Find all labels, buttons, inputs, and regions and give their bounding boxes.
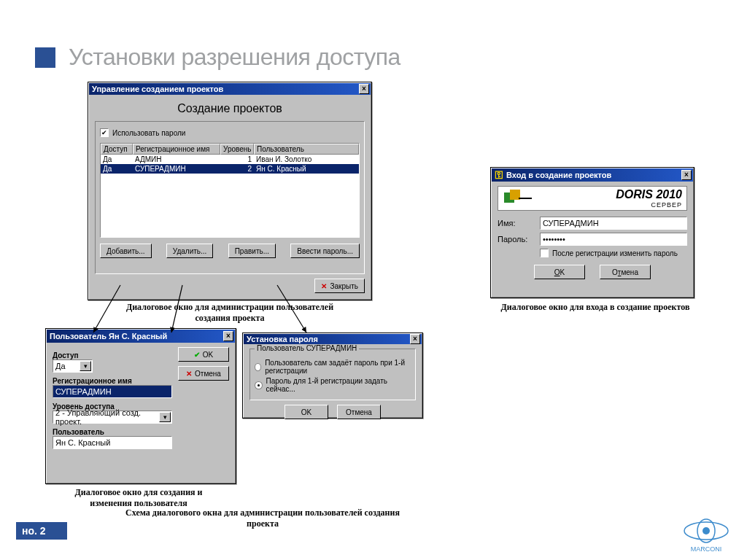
close-button[interactable]: ✕ Закрыть [314,279,365,293]
user-input[interactable]: Ян С. Красный [53,436,172,449]
cancel-button[interactable]: Отмена [337,405,381,419]
scheme-caption: Схема диалогового окна для администрации… [109,508,416,529]
user-titlebar: Пользователь Ян С. Красный × [47,330,235,343]
edit-button[interactable]: Править... [228,244,276,258]
access-label: Доступ [53,351,172,359]
user-label: Пользователь [53,428,172,436]
ok-button[interactable]: OK [534,265,585,279]
company-logo: MARCONI [677,518,735,553]
cancel-button[interactable]: Отмена [600,265,651,279]
user-dialog: Пользователь Ян С. Красный × Доступ Да Р… [45,328,236,484]
check-icon: ✔ [194,351,200,359]
slide-title: Установки разрешения доступа [69,44,400,71]
password-dialog: Установка пароля × Пользователь СУПЕРАДМ… [242,332,423,419]
close-x-icon: ✕ [321,282,327,290]
password-option-now[interactable]: Пароль для 1-й регистрации задать сейчас… [255,377,411,393]
title-accent-block [35,47,55,68]
slide-number: но. 2 [16,522,67,540]
table-row[interactable]: Да СУПЕРАДМИН 2 Ян С. Красный [101,164,359,174]
password-title-text: Установка пароля [247,335,318,343]
login-password-input[interactable]: •••••••• [540,233,687,246]
login-name-label: Имя: [498,219,534,228]
close-icon[interactable]: × [359,84,369,94]
close-x-icon: ✕ [186,370,192,378]
cancel-button[interactable]: ✕ Отмена [178,366,229,381]
regname-input[interactable]: СУПЕРАДМИН [53,385,172,398]
key-icon: ⚿ [495,170,503,180]
use-passwords-label: Использовать пароли [112,129,185,137]
login-titlebar: ⚿Вход в создание проектов × [492,168,693,182]
enter-password-button[interactable]: Ввести пароль... [290,244,360,258]
svg-point-8 [703,527,710,534]
close-icon[interactable]: × [681,170,692,180]
svg-rect-1 [510,190,520,200]
user-title-text: Пользователь Ян С. Красный [50,332,167,341]
login-caption: Диалоговое окно для входа в создание про… [486,302,705,313]
admin-caption: Диалоговое окно для администрации пользо… [113,302,347,324]
brand-name: DORIS 2010 [538,188,682,201]
close-icon[interactable]: × [410,334,420,344]
login-title-text: Вход в создание проектов [506,171,611,179]
access-select[interactable]: Да [53,359,93,373]
login-dialog: ⚿Вход в создание проектов × DORIS 2010 С… [490,167,694,298]
level-select[interactable]: 2 - Управляющий созд. проект. [53,411,172,424]
regname-label: Регистрационное имя [53,377,172,385]
brand-sub: СЕРВЕР [538,201,682,209]
users-table-header: Доступ Регистрационное имя Уровень Польз… [101,144,359,155]
password-group-legend: Пользователь СУПЕРАДМИН [255,344,359,352]
password-titlebar: Установка пароля × [244,334,422,344]
add-button[interactable]: Добавить... [100,244,152,258]
ok-button[interactable]: OK [285,405,328,419]
close-icon[interactable]: × [223,331,233,341]
doris-logo-icon [503,188,532,209]
password-option-self[interactable]: Пользователь сам задаёт пароль при 1-й р… [255,359,411,375]
login-password-label: Пароль: [498,235,534,244]
user-caption: Диалоговое окно для создания и изменения… [58,487,219,509]
admin-dialog: Управление созданием проектов × Создание… [88,82,372,300]
slide-header: Установки разрешения доступа [35,44,400,71]
table-row[interactable]: Да АДМИН 1 Иван И. Золотко [101,155,359,164]
ok-button[interactable]: ✔ OK [178,347,229,362]
change-password-checkbox[interactable]: После регистрации изменить пароль [540,249,687,257]
use-passwords-checkbox[interactable]: ✔ Использовать пароли [100,128,185,137]
admin-titlebar: Управление созданием проектов × [89,83,371,95]
admin-heading: Создание проектов [95,102,365,115]
admin-title-text: Управление созданием проектов [92,85,223,93]
login-name-input[interactable]: СУПЕРАДМИН [540,217,687,230]
delete-button[interactable]: Удалить... [166,244,214,258]
